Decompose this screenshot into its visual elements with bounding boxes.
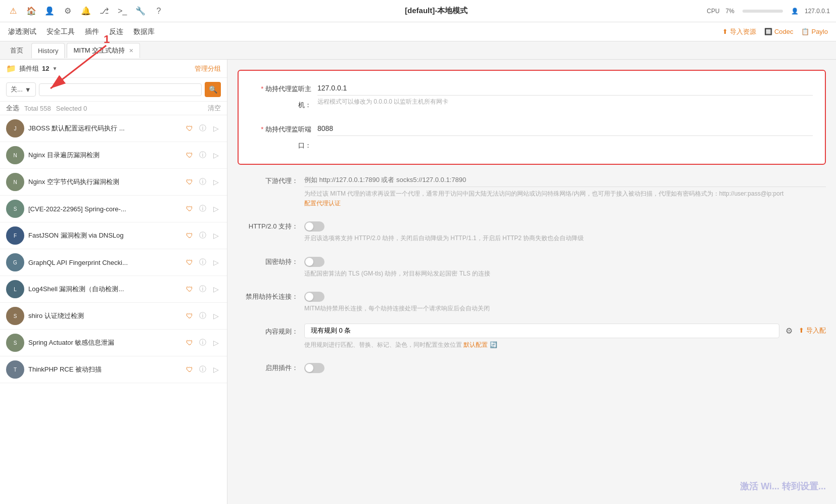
run-icon[interactable]: ▷ [211,311,221,321]
list-item[interactable]: L Log4Shell 漏洞检测（自动检测... 🛡 ⓘ ▷ [0,276,227,303]
search-dropdown-label: 关... [11,85,23,94]
right-panel: * 劫持代理监听主机： 远程模式可以修改为 0.0.0.0 以监听主机所有网卡 … [227,60,836,504]
run-icon[interactable]: ▷ [211,204,221,214]
list-item[interactable]: N Nginx 空字节代码执行漏洞检测 🛡 ⓘ ▷ [0,169,227,196]
search-button[interactable]: 🔍 [205,82,221,97]
run-icon[interactable]: ▷ [211,231,221,241]
list-item[interactable]: S shiro 认证绕过检测 🛡 ⓘ ▷ [0,303,227,330]
list-item[interactable]: J JBOSS 默认配置远程代码执行 ... 🛡 ⓘ ▷ [0,115,227,142]
tab-home[interactable]: 首页 [4,43,29,58]
rule-export-btn[interactable]: ⬆ 导入配 [799,326,826,335]
payload-btn[interactable]: 📋 Paylo [801,28,828,35]
shield-icon[interactable]: 🛡 [184,177,195,187]
nav-security-tools[interactable]: 安全工具 [47,25,75,38]
info-icon[interactable]: ⓘ [198,311,208,321]
group-dropdown-icon[interactable]: ▼ [52,66,57,71]
info-icon[interactable]: ⓘ [198,338,208,348]
nav-pentest[interactable]: 渗透测试 [8,25,36,38]
tab-mitm-close[interactable]: ✕ [129,48,133,54]
select-all-checkbox[interactable]: 全选 [6,104,19,113]
host-input[interactable] [317,81,813,96]
tab-mitm[interactable]: MITM 交互式劫持 ✕ [67,43,140,58]
shield-icon[interactable]: 🛡 [184,364,195,375]
run-icon[interactable]: ▷ [211,364,221,375]
codec-btn[interactable]: 🔲 Codec [764,28,794,35]
home-icon[interactable]: 🏠 [24,4,38,18]
info-icon[interactable]: ⓘ [198,257,208,267]
info-icon[interactable]: ⓘ [198,284,208,294]
tab-history[interactable]: History [31,43,65,58]
list-item[interactable]: F FastJSON 漏洞检测 via DNSLog 🛡 ⓘ ▷ [0,222,227,249]
shield-icon[interactable]: 🛡 [184,338,195,348]
help-icon[interactable]: ? [152,4,166,18]
list-item[interactable]: N Nginx 目录遍历漏洞检测 🛡 ⓘ ▷ [0,142,227,169]
info-icon[interactable]: ⓘ [198,231,208,241]
bell-icon[interactable]: 🔔 [79,4,93,18]
list-item[interactable]: S Spring Actuator 敏感信息泄漏 🛡 ⓘ ▷ [0,330,227,356]
guomi-toggle[interactable] [304,257,324,267]
warning-icon[interactable]: ⚠ [6,4,20,18]
run-icon[interactable]: ▷ [211,150,221,160]
run-icon[interactable]: ▷ [211,257,221,267]
run-icon[interactable]: ▷ [211,177,221,187]
selected-count: Selected 0 [56,105,87,112]
keepalive-label: 禁用劫持长连接： [238,289,298,305]
clear-btn[interactable]: 清空 [208,104,221,113]
port-input[interactable] [317,121,813,136]
user-icon[interactable]: 👤 [42,4,57,18]
plugin-actions: 🛡 ⓘ ▷ [184,338,221,348]
keepalive-hint: MITM劫持禁用长连接，每个劫持连接处理一个请求响应后会自动关闭 [304,304,826,313]
list-item[interactable]: T ThinkPHP RCE 被动扫描 🛡 ⓘ ▷ [0,356,227,383]
plugin-actions: 🛡 ⓘ ▷ [184,123,221,133]
nav-plugins[interactable]: 插件 [85,25,99,38]
manage-group-btn[interactable]: 管理分组 [195,64,221,73]
host-field-row: * 劫持代理监听主机： 远程模式可以修改为 0.0.0.0 以监听主机所有网卡 [251,81,813,113]
info-icon[interactable]: ⓘ [198,123,208,133]
content-rule-content: ⚙ ⬆ 导入配 使用规则进行匹配、替换、标记、染色，同时配置生效位置 默认配置 … [304,324,826,350]
run-icon[interactable]: ▷ [211,338,221,348]
settings-icon[interactable]: ⚙ [61,4,75,18]
guomi-label: 国密劫持： [238,254,298,270]
list-item[interactable]: S [CVE-2022-22965] Spring-core-... 🛡 ⓘ ▷ [0,196,227,222]
downstream-label: 下游代理： [238,173,298,189]
shield-icon[interactable]: 🛡 [184,123,195,133]
search-input[interactable] [39,83,202,96]
run-icon[interactable]: ▷ [211,284,221,294]
group-count: 12 [42,65,49,72]
import-resource-btn[interactable]: ⬆ 导入资源 [722,27,756,36]
search-dropdown[interactable]: 关... ▼ [6,82,36,97]
shield-icon[interactable]: 🛡 [184,311,195,321]
shield-icon[interactable]: 🛡 [184,284,195,294]
tools-icon[interactable]: 🔧 [133,4,148,18]
circuit-icon[interactable]: ⎇ [97,4,111,18]
info-icon[interactable]: ⓘ [198,364,208,375]
terminal-icon[interactable]: >_ [115,4,129,18]
http2-toggle[interactable] [304,221,324,232]
content-rule-hint: 使用规则进行匹配、替换、标记、染色，同时配置生效位置 默认配置 🔄 [304,340,826,350]
run-icon[interactable]: ▷ [211,123,221,133]
keepalive-toggle[interactable] [304,292,324,302]
nav-database[interactable]: 数据库 [133,25,155,38]
info-icon[interactable]: ⓘ [198,150,208,160]
nav-reverse[interactable]: 反连 [109,25,123,38]
enable-plugin-toggle[interactable] [304,363,324,373]
avatar: J [6,119,24,138]
proxy-auth-link[interactable]: 配置代理认证 [304,200,341,207]
plugin-name: shiro 认证绕过检测 [28,311,180,320]
shield-icon[interactable]: 🛡 [184,150,195,160]
shield-icon[interactable]: 🛡 [184,204,195,214]
shield-icon[interactable]: 🛡 [184,257,195,267]
plugin-name: FastJSON 漏洞检测 via DNSLog [28,231,180,240]
info-icon[interactable]: ⓘ [198,177,208,187]
avatar-icon: 👤 [791,8,799,15]
info-icon[interactable]: ⓘ [198,204,208,214]
downstream-input[interactable] [304,173,826,187]
plugin-group-header: 📁 插件组 12 ▼ 管理分组 [0,60,227,78]
rule-settings-icon[interactable]: ⚙ [785,326,793,336]
content-rule-input-row: ⚙ ⬆ 导入配 [304,324,826,338]
default-config-link[interactable]: 默认配置 [463,341,488,348]
shield-icon[interactable]: 🛡 [184,231,195,241]
http2-label: HTTP/2.0 支持： [238,218,298,235]
list-item[interactable]: G GraphQL API Fingerprint Checki... 🛡 ⓘ … [0,249,227,276]
rule-input[interactable] [304,324,779,338]
